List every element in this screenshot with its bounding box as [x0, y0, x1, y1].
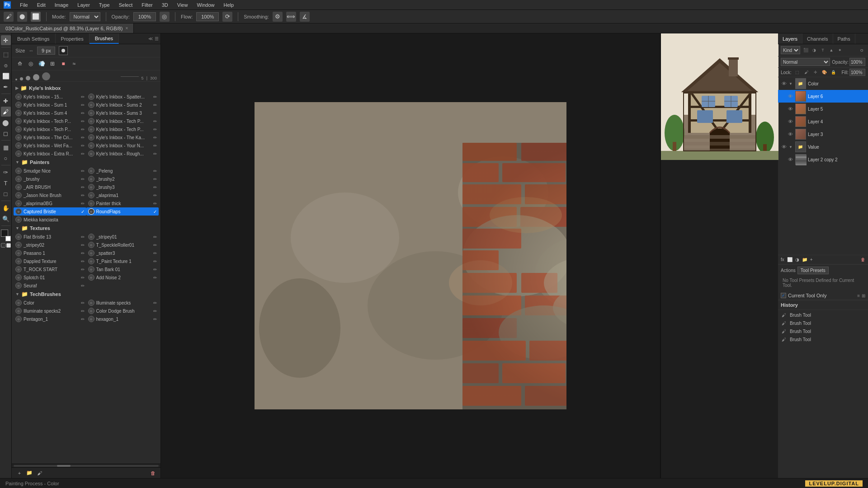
shape-tool[interactable]: □	[1, 189, 11, 199]
edit-icon[interactable]: ✏	[81, 317, 85, 322]
edit-icon[interactable]: ✏	[153, 111, 157, 116]
current-tool-checkbox[interactable]	[781, 293, 786, 298]
brush-item[interactable]: ○ Kyle's Inkbox - The Ka... ✏	[86, 133, 159, 141]
brush-item-roundflaps[interactable]: ○ RoundFlaps ✓	[86, 207, 159, 216]
edit-icon[interactable]: ✏	[81, 267, 85, 272]
mode-dropdown[interactable]: Normal Multiply Screen	[70, 12, 100, 21]
brush-item-captured[interactable]: ○ Captured Bristle ✓	[14, 207, 86, 216]
kind-dropdown[interactable]: Kind	[781, 46, 800, 54]
edit-icon[interactable]: ✏	[81, 135, 85, 140]
edit-icon[interactable]: ✏	[153, 275, 157, 280]
brush-item[interactable]: ○ Kyle's Inkbox - Sums 2 ✏	[86, 101, 159, 109]
category-header-textures[interactable]: ▼ 📁 Textures	[12, 224, 160, 233]
size-dot-2[interactable]	[20, 77, 23, 80]
paint-brush-list-btn[interactable]: 🖌	[35, 469, 43, 477]
visibility-copy2[interactable]: 👁	[787, 156, 793, 163]
menu-edit[interactable]: Edit	[35, 2, 47, 8]
layer-row-6[interactable]: 👁 Layer 6	[778, 90, 868, 103]
category-header-painters[interactable]: ▼ 📁 Painters	[12, 158, 160, 167]
filter-shape-btn[interactable]: ▲	[828, 47, 835, 54]
visibility-layer3[interactable]: 👁	[787, 131, 793, 137]
brush-scrollbar[interactable]	[12, 464, 160, 467]
brush-item-dappled[interactable]: ○ Dappled Texture ✏	[14, 257, 86, 265]
filter-type-btn[interactable]: T	[819, 47, 826, 54]
pressure-size-btn[interactable]: ⟰	[15, 59, 24, 68]
edit-icon[interactable]: ✏	[153, 185, 157, 190]
new-brush-btn[interactable]: +	[15, 469, 24, 477]
brush-scrollbar-thumb[interactable]	[57, 465, 71, 467]
lock-image-btn[interactable]: 🖌	[803, 69, 810, 75]
brush-item-miekka[interactable]: ○ Miekka kanciasta	[14, 216, 86, 224]
edit-icon[interactable]: ✏	[153, 127, 157, 132]
stamp-tool[interactable]: ⬤	[1, 117, 11, 127]
visibility-layer5[interactable]: 👁	[787, 106, 793, 112]
edit-icon[interactable]: ✏	[81, 151, 85, 156]
brush-item-peleng[interactable]: ○ _Peleng ✏	[86, 167, 159, 175]
brush-item-alaprima0bg[interactable]: ○ _alaprima0BG ✏	[14, 199, 86, 207]
brush-item-speckleroller[interactable]: ○ T_SpeckleRoller01 ✏	[86, 241, 159, 249]
brush-item-stripey02[interactable]: ○ _stripey02 ✏	[14, 241, 86, 249]
brush-item-pentagon[interactable]: ○ Pentagon_1 ✏	[14, 315, 86, 323]
tab-paths[interactable]: Paths	[833, 33, 855, 44]
new-group-btn[interactable]: 📁	[25, 469, 33, 477]
edit-icon[interactable]: ✏	[81, 201, 85, 206]
tab-layers[interactable]: Layers	[778, 33, 802, 44]
edit-icon[interactable]: ✏	[153, 151, 157, 156]
background-color[interactable]	[5, 236, 11, 241]
brush-item[interactable]: ○ Kyle's Inkbox - Sum 4 ✏	[14, 109, 86, 117]
size-dot-1[interactable]	[15, 79, 17, 80]
edit-icon[interactable]: ✏	[153, 103, 157, 108]
menu-image[interactable]: Image	[53, 2, 71, 8]
opacity-input[interactable]	[849, 58, 865, 66]
brush-item-color[interactable]: ○ Color ✏	[14, 299, 86, 307]
brush-item[interactable]: ○ Kyle's Inkbox - Tech P... ✏	[14, 125, 86, 133]
brush-item[interactable]: ○ Kyle's Inkbox - Sum 1 ✏	[14, 101, 86, 109]
edit-icon[interactable]: ✏	[153, 143, 157, 148]
canvas-area[interactable]	[161, 33, 660, 478]
pen-tool[interactable]: ✑	[1, 167, 11, 177]
edit-icon[interactable]: ✏	[153, 169, 157, 174]
brush-item-seuraf[interactable]: ○ Seuraf ✏	[14, 282, 86, 290]
dodge-tool[interactable]: ○	[1, 153, 11, 163]
wet-edges-btn[interactable]: ≈	[70, 59, 79, 68]
brush-item-painterthick[interactable]: ○ Painter thick ✏	[86, 199, 159, 207]
brush-item-brushy3[interactable]: ○ _brushy3 ✏	[86, 183, 159, 191]
color-btn[interactable]: ■	[59, 59, 68, 68]
menu-select[interactable]: Select	[117, 2, 135, 8]
edit-icon[interactable]: ✏	[153, 259, 157, 264]
brush-tool[interactable]: 🖌	[1, 107, 11, 117]
edit-icon[interactable]: ✏	[81, 127, 85, 132]
edit-icon[interactable]: ✏	[81, 185, 85, 190]
settings-icon[interactable]: ⚙	[273, 12, 283, 22]
edit-icon[interactable]: ✏	[153, 300, 157, 305]
history-item-3[interactable]: 🖌 Brush Tool	[778, 327, 868, 335]
lasso-tool[interactable]: ⌾	[1, 60, 11, 70]
edit-icon[interactable]: ✏	[81, 259, 85, 264]
text-tool[interactable]: T	[1, 178, 11, 188]
edit-icon[interactable]: ✏	[81, 143, 85, 148]
eraser-tool[interactable]: ◻	[1, 128, 11, 138]
layer-row-4[interactable]: 👁 Layer 4	[778, 115, 868, 128]
airbrush-btn[interactable]: 💨	[37, 59, 46, 68]
move-tool[interactable]: ✛	[1, 35, 11, 45]
flow-icon[interactable]: ⟳	[222, 12, 232, 22]
new-layer-btn[interactable]: +	[810, 257, 813, 262]
history-item-1[interactable]: 🖌 Brush Tool	[778, 311, 868, 319]
delete-layer-btn[interactable]: 🗑	[861, 257, 865, 262]
brush-item[interactable]: ○ Kyle's Inkbox - Extra R... ✏	[14, 150, 86, 158]
category-header-techbrushes[interactable]: ▼ 📁 TechBrushes	[12, 290, 160, 299]
size-dot-4[interactable]	[33, 74, 39, 80]
edit-icon[interactable]: ✏	[81, 103, 85, 108]
brush-item-trock[interactable]: ○ T_ROCK START ✏	[14, 265, 86, 273]
menu-file[interactable]: File	[18, 2, 30, 8]
menu-filter[interactable]: Filter	[140, 2, 154, 8]
menu-view[interactable]: View	[175, 2, 190, 8]
brush-list[interactable]: ▶ 📁 Kyle's Inkbox ○ Kyle's Inkbox - 15..…	[12, 82, 160, 464]
brush-item-flatbristle[interactable]: ○ Flat Bristle 13 ✏	[14, 233, 86, 241]
current-tool-icon2[interactable]: ⊞	[862, 293, 865, 298]
new-group-btn[interactable]: 📁	[802, 257, 807, 262]
brush-item-tanbark[interactable]: ○ Tan Bark 01 ✏	[86, 265, 159, 273]
edit-icon[interactable]: ✏	[81, 111, 85, 116]
symmetry-icon[interactable]: ⟺	[286, 12, 296, 22]
visibility-layer4[interactable]: 👁	[787, 118, 793, 125]
